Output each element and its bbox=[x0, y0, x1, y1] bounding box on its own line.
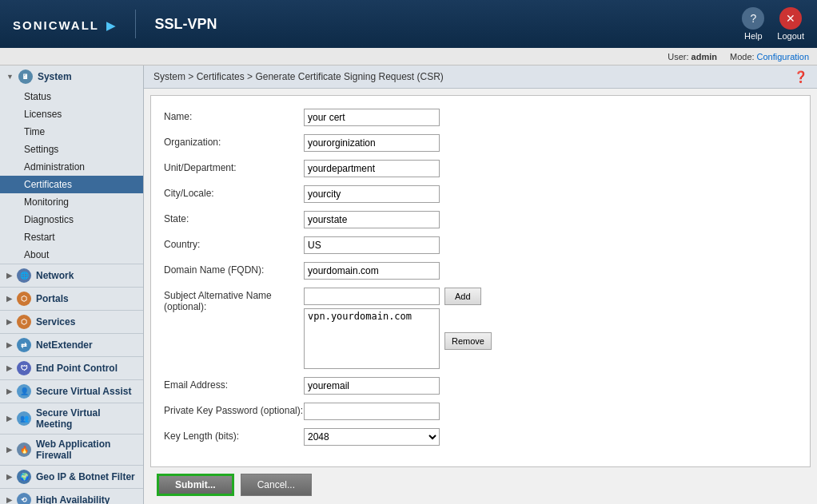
footer-buttons: Submit... Cancel... bbox=[157, 474, 804, 502]
sidebar-system-label: System bbox=[38, 71, 72, 82]
collapse-arrow-services: ▶ bbox=[6, 318, 12, 326]
logo-text: SONICWALL bbox=[13, 18, 99, 32]
unit-input[interactable] bbox=[304, 160, 440, 177]
help-label: Help bbox=[744, 31, 763, 41]
sidebar-item-geoip[interactable]: ▶ 🌍 Geo IP & Botnet Filter bbox=[0, 466, 143, 488]
services-icon: ⬡ bbox=[17, 315, 31, 329]
sidebar-item-endpoint[interactable]: ▶ 🛡 End Point Control bbox=[0, 357, 143, 379]
privkey-label: Private Key Password (optional): bbox=[164, 403, 304, 416]
sidebar-sva-label: Secure Virtual Assist bbox=[36, 386, 131, 397]
sva-icon: 👤 bbox=[17, 384, 31, 399]
help-button[interactable]: ? Help bbox=[742, 7, 764, 41]
san-textarea-row: vpn.yourdomain.com Remove bbox=[304, 308, 492, 369]
sidebar-item-ha[interactable]: ▶ ⟲ High Availability bbox=[0, 489, 143, 504]
submit-button[interactable]: Submit... bbox=[157, 474, 234, 496]
collapse-arrow-portals: ▶ bbox=[6, 295, 12, 303]
email-label: Email Address: bbox=[164, 377, 304, 391]
city-input[interactable] bbox=[304, 185, 440, 203]
sidebar-child-administration[interactable]: Administration bbox=[0, 158, 143, 176]
waf-icon: 🔥 bbox=[17, 442, 31, 457]
san-textarea[interactable]: vpn.yourdomain.com bbox=[304, 308, 440, 369]
logout-label: Logout bbox=[777, 31, 804, 41]
sidebar-netextender-label: NetExtender bbox=[36, 339, 93, 351]
collapse-arrow-svm: ▶ bbox=[6, 415, 12, 423]
domain-input[interactable] bbox=[304, 262, 440, 280]
help-icon-content[interactable]: ❓ bbox=[794, 70, 807, 83]
san-add-button[interactable]: Add bbox=[444, 288, 481, 305]
sidebar-child-settings[interactable]: Settings bbox=[0, 141, 143, 158]
email-input[interactable] bbox=[304, 377, 440, 395]
cancel-button[interactable]: Cancel... bbox=[241, 474, 312, 496]
sidebar-section-ha: ▶ ⟲ High Availability bbox=[0, 489, 143, 504]
collapse-arrow-endpoint: ▶ bbox=[6, 364, 12, 372]
sidebar-child-status[interactable]: Status bbox=[0, 88, 143, 105]
state-row: State: bbox=[164, 211, 797, 228]
org-row: Organization: bbox=[164, 134, 797, 152]
sidebar-item-system[interactable]: ▼ 🖥 System bbox=[0, 65, 143, 88]
state-input[interactable] bbox=[304, 211, 440, 228]
sidebar-child-time[interactable]: Time bbox=[0, 123, 143, 141]
header-divider bbox=[135, 10, 136, 38]
sidebar-child-certificates[interactable]: Certificates bbox=[0, 176, 143, 193]
sidebar-child-diagnostics[interactable]: Diagnostics bbox=[0, 211, 143, 228]
san-remove-button[interactable]: Remove bbox=[444, 332, 492, 350]
unit-label: Unit/Department: bbox=[164, 160, 304, 173]
collapse-arrow-sva: ▶ bbox=[6, 387, 12, 395]
sidebar-section-network: ▶ 🌐 Network bbox=[0, 264, 143, 288]
logout-button[interactable]: ✕ Logout bbox=[777, 7, 804, 41]
san-row: Subject Alternative Name (optional): Add… bbox=[164, 288, 797, 369]
name-label: Name: bbox=[164, 109, 304, 122]
system-icon: 🖥 bbox=[18, 69, 33, 84]
sidebar-svm-label: Secure Virtual Meeting bbox=[36, 407, 137, 430]
sidebar-child-licenses[interactable]: Licenses bbox=[0, 105, 143, 123]
sidebar-section-system: ▼ 🖥 System Status Licenses Time Settings… bbox=[0, 65, 143, 264]
keylength-select[interactable]: 512 1024 2048 4096 bbox=[304, 428, 440, 446]
san-input-row: Add bbox=[304, 288, 492, 305]
sidebar-item-portals[interactable]: ▶ ⬡ Portals bbox=[0, 288, 143, 310]
state-label: State: bbox=[164, 211, 304, 224]
country-input[interactable] bbox=[304, 236, 440, 254]
name-input[interactable] bbox=[304, 109, 440, 126]
keylength-label: Key Length (bits): bbox=[164, 428, 304, 442]
sidebar-item-sva[interactable]: ▶ 👤 Secure Virtual Assist bbox=[0, 380, 143, 403]
sonicwall-logo: SONICWALL ▶ bbox=[13, 15, 116, 34]
user-value: admin bbox=[691, 52, 717, 62]
sidebar-section-endpoint: ▶ 🛡 End Point Control bbox=[0, 357, 143, 380]
main-layout: ▼ 🖥 System Status Licenses Time Settings… bbox=[0, 65, 817, 504]
org-input[interactable] bbox=[304, 134, 440, 152]
sidebar: ▼ 🖥 System Status Licenses Time Settings… bbox=[0, 65, 144, 504]
logo-area: SONICWALL ▶ SSL-VPN bbox=[13, 10, 217, 38]
sidebar-item-svm[interactable]: ▶ 👥 Secure Virtual Meeting bbox=[0, 403, 143, 434]
network-icon: 🌐 bbox=[17, 268, 31, 283]
sidebar-ha-label: High Availability bbox=[36, 494, 110, 504]
sidebar-child-about[interactable]: About bbox=[0, 246, 143, 264]
breadcrumb: System > Certificates > Generate Certifi… bbox=[153, 71, 444, 82]
sidebar-item-network[interactable]: ▶ 🌐 Network bbox=[0, 264, 143, 287]
collapse-arrow-ha: ▶ bbox=[6, 496, 12, 504]
svm-icon: 👥 bbox=[17, 411, 31, 426]
san-input[interactable] bbox=[304, 288, 440, 305]
san-label: Subject Alternative Name (optional): bbox=[164, 288, 304, 312]
sidebar-section-geoip: ▶ 🌍 Geo IP & Botnet Filter bbox=[0, 466, 143, 489]
privkey-input[interactable] bbox=[304, 403, 440, 420]
sidebar-item-waf[interactable]: ▶ 🔥 Web Application Firewall bbox=[0, 435, 143, 465]
sidebar-section-services: ▶ ⬡ Services bbox=[0, 311, 143, 334]
org-label: Organization: bbox=[164, 134, 304, 148]
domain-label: Domain Name (FQDN): bbox=[164, 262, 304, 276]
sidebar-child-restart[interactable]: Restart bbox=[0, 228, 143, 246]
sidebar-item-netextender[interactable]: ▶ ⇄ NetExtender bbox=[0, 334, 143, 356]
sidebar-child-monitoring[interactable]: Monitoring bbox=[0, 193, 143, 211]
sidebar-section-sva: ▶ 👤 Secure Virtual Assist bbox=[0, 380, 143, 403]
sidebar-geoip-label: Geo IP & Botnet Filter bbox=[36, 471, 135, 482]
mode-value[interactable]: Configuration bbox=[757, 52, 809, 62]
sidebar-services-label: Services bbox=[36, 316, 75, 327]
email-row: Email Address: bbox=[164, 377, 797, 395]
help-icon: ? bbox=[742, 7, 764, 30]
sidebar-item-services[interactable]: ▶ ⬡ Services bbox=[0, 311, 143, 333]
logo-arrow-icon: ▶ bbox=[106, 19, 116, 32]
city-row: City/Locale: bbox=[164, 185, 797, 203]
sidebar-section-netextender: ▶ ⇄ NetExtender bbox=[0, 334, 143, 357]
logout-icon: ✕ bbox=[779, 7, 802, 30]
sidebar-section-waf: ▶ 🔥 Web Application Firewall bbox=[0, 435, 143, 466]
content-area: System > Certificates > Generate Certifi… bbox=[144, 65, 817, 504]
